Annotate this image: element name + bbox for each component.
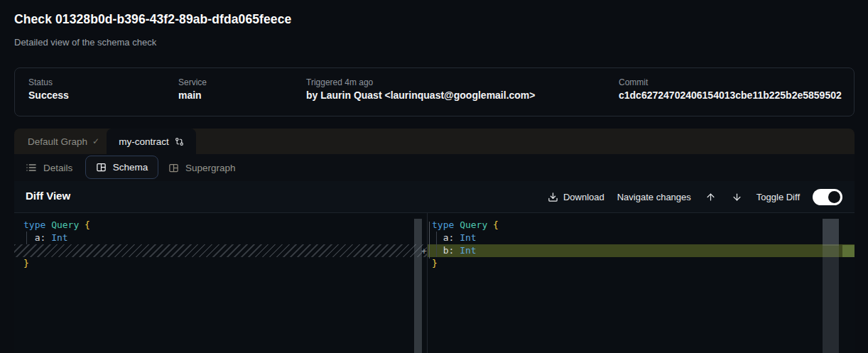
page-title: Check 01328b0d-b396-43f2-89ab-dfda065fee… — [14, 12, 291, 27]
view-tab-bar: Details Schema Supergraph — [14, 154, 855, 181]
indent-guide — [436, 232, 437, 257]
inserted-line-placeholder — [14, 244, 427, 257]
tab-supergraph[interactable]: Supergraph — [168, 154, 236, 181]
code-line: } — [14, 257, 427, 270]
schema-label: Schema — [113, 162, 148, 173]
panels-icon — [168, 163, 179, 173]
list-icon — [26, 162, 37, 173]
indent-guide — [26, 232, 27, 244]
tab-default-graph[interactable]: Default Graph ✓ — [14, 129, 111, 154]
git-compare-icon — [175, 137, 184, 146]
triggered-value: by Laurin Quast <laurinquast@googlemail.… — [306, 89, 536, 101]
navigate-changes-label: Navigate changes — [617, 192, 691, 202]
check-icon: ✓ — [92, 136, 99, 146]
status-value: Success — [28, 89, 69, 101]
tab-details[interactable]: Details — [26, 154, 72, 181]
code-line: } — [428, 257, 855, 270]
added-change-ruler-marker — [842, 245, 855, 257]
diff-region-connector — [429, 222, 430, 259]
download-icon — [548, 192, 558, 202]
toggle-diff-label: Toggle Diff — [756, 192, 800, 202]
page-subtitle: Detailed view of the schema check — [14, 37, 156, 48]
tab-schema[interactable]: Schema — [85, 156, 158, 179]
download-button[interactable]: Download — [548, 192, 604, 202]
check-meta-card: Status Success Service main Triggered 4m… — [14, 67, 855, 116]
right-scrollbar-thumb[interactable] — [823, 219, 839, 246]
status-label: Status — [28, 77, 53, 87]
code-line: type Query { — [14, 219, 427, 232]
tab-my-contract[interactable]: my-contract — [107, 129, 196, 154]
schema-check-page: Check 01328b0d-b396-43f2-89ab-dfda065fee… — [0, 0, 868, 353]
service-label: Service — [178, 77, 207, 87]
contract-label: my-contract — [119, 136, 169, 147]
code-line: a: Int — [14, 232, 427, 244]
diff-view-title: Diff View — [26, 190, 70, 202]
code-line: type Query { — [428, 219, 855, 232]
download-label: Download — [563, 192, 604, 202]
panels-icon — [96, 162, 107, 173]
graph-tab-strip: Default Graph ✓ my-contract — [14, 129, 855, 154]
supergraph-label: Supergraph — [185, 163, 236, 173]
code-line: a: Int — [428, 232, 855, 244]
arrow-up-icon — [705, 192, 716, 202]
switch-knob — [828, 191, 840, 203]
diff-pane-after: type Query { a: Int b: Int } — [427, 213, 855, 353]
next-change-button[interactable] — [730, 190, 744, 204]
schema-diff-editor: type Query { a: Int } type Query { a: In… — [14, 213, 855, 353]
service-value: main — [178, 89, 202, 101]
added-code-line: b: Int — [428, 244, 855, 257]
check-detail-card: Details Schema Supergraph — [14, 154, 855, 353]
diff-pane-before: type Query { a: Int } — [14, 213, 427, 353]
triggered-label: Triggered 4m ago — [306, 77, 373, 87]
navigate-changes-button[interactable]: Navigate changes — [617, 192, 691, 202]
commit-label: Commit — [619, 77, 648, 87]
previous-change-button[interactable] — [704, 190, 717, 204]
diff-controls: Download Navigate changes — [548, 181, 842, 212]
default-graph-label: Default Graph — [28, 136, 87, 147]
details-label: Details — [43, 163, 72, 173]
arrow-down-icon — [732, 192, 742, 202]
left-pane-scrollbar[interactable] — [414, 219, 422, 353]
commit-value: c1dc62724702406154013cbe11b225b2e5859502 — [619, 89, 842, 101]
diff-toolbar: Diff View Download Navigate changes — [14, 181, 855, 213]
toggle-diff-switch[interactable] — [813, 189, 842, 205]
